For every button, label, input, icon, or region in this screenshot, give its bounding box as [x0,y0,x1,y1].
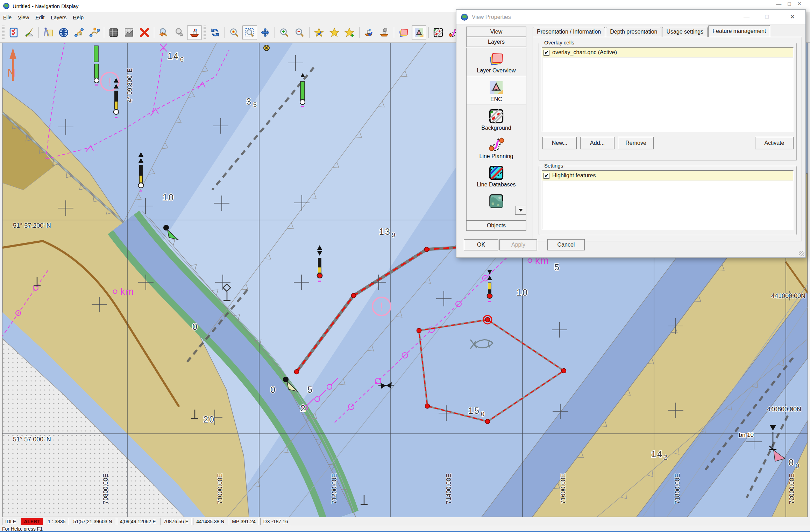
view-forward-icon [174,27,184,38]
svg-text:!: ! [108,75,111,88]
layer-item-layer-overview[interactable]: Layer Overview [467,48,526,76]
apply-button[interactable]: Apply [499,239,537,250]
menu-edit[interactable]: Edit [32,13,48,22]
star-check-button[interactable] [312,25,326,40]
dialog-nav-view-button[interactable]: View [466,27,526,37]
menu-view[interactable]: View [15,13,32,22]
check-list-button[interactable] [6,25,21,40]
dialog-close-button[interactable]: ✕ [790,13,795,21]
mini-buoy [264,45,269,51]
window-title: Untitled - Navigation Display [13,3,78,9]
menu-help[interactable]: Help [70,13,87,22]
status-alert: ALERT [21,518,43,525]
checkbox[interactable]: ✔ [543,50,549,56]
curve-edit-button[interactable] [87,25,102,40]
activate-button[interactable]: Activate [755,137,794,149]
status-cell: 70876.56 E [161,518,192,525]
toolbar-grip[interactable] [2,26,5,40]
layer-item-line-planning[interactable]: Line Planning [467,133,526,162]
dialog-minimize-button[interactable]: — [744,13,749,20]
dialog-tabstrip: Presentation / InformationDepth presenta… [533,27,771,37]
check-list-icon [8,27,19,38]
star-check-icon [314,27,324,38]
tab-usage-settings[interactable]: Usage settings [662,27,708,37]
star-button[interactable] [327,25,342,40]
zoom-in-button[interactable] [277,25,292,40]
tab-feature-management[interactable]: Feature management [708,25,770,37]
window-minimize-button[interactable]: — [776,1,788,7]
menu-file[interactable]: File [0,13,15,22]
setting-item[interactable]: ✔Highlight features [542,171,793,181]
ok-button[interactable]: OK [464,239,498,250]
help-bar: For Help, press F1 [0,526,810,531]
layer-sheets-button[interactable] [396,25,411,40]
view-back-button[interactable] [156,25,171,40]
layer-item-line-databases[interactable]: Line Databases [467,162,526,190]
new-button[interactable]: New... [542,137,577,149]
layer-list-scroll-down-button[interactable] [515,206,526,215]
pan-button[interactable] [258,25,272,40]
overlay-cell-item[interactable]: ✔overlay_chart.qnc (Active) [542,48,793,58]
ship-check-button[interactable] [362,25,376,40]
globe-icon [58,27,69,38]
svg-text:0: 0 [796,462,799,469]
star-add-button[interactable] [342,25,357,40]
dialog-nav-layers-button[interactable]: Layers [466,37,526,47]
svg-text:70800.00E: 70800.00E [102,474,109,504]
dialog-resize-grip[interactable] [799,251,804,256]
center-view-icon [229,27,240,38]
own-ship-button[interactable] [187,25,202,40]
globe-button[interactable] [56,25,71,40]
grid-dark-button[interactable] [106,25,121,40]
layer-item-label: Line Databases [477,182,516,187]
add-button[interactable]: Add... [580,137,614,149]
enc-chart-icon [414,27,424,38]
layer-item-label: Background [481,125,511,131]
view-properties-dialog: View Properties — □ ✕ View Layers Layer … [456,9,806,258]
enc-chart-button[interactable] [412,25,426,40]
status-cell: 1 : 3835 [45,518,69,525]
svg-text:14: 14 [651,449,663,459]
refresh-button[interactable] [208,25,222,40]
zoom-out-icon [294,27,305,38]
zoom-out-button[interactable] [292,25,307,40]
toolbar-grip[interactable] [204,26,206,40]
delete-button[interactable] [137,25,152,40]
measure-button[interactable]: 6.2 [72,25,86,40]
status-cell: 441435.38 N [193,518,227,525]
svg-text:20: 20 [203,414,215,424]
svg-text:!: ! [380,300,383,313]
dialog-nav-objects-button[interactable]: Objects [466,220,526,231]
zoom-area-icon [244,27,255,38]
chevron-down-icon [519,209,523,212]
chart-graph-button[interactable] [122,25,136,40]
dialog-layer-list: Layer OverviewENCBackgroundLine Planning… [466,48,526,220]
protractor-button[interactable] [22,25,36,40]
cancel-button[interactable]: Cancel [547,239,585,250]
status-cell: 51;57;21.39603 N [70,518,115,525]
svg-text:5: 5 [307,385,313,395]
dialog-maximize-button[interactable]: □ [765,13,769,20]
toolbar-separator [359,27,360,38]
delete-icon [139,27,150,38]
tab-presentation-information[interactable]: Presentation / Information [533,27,605,37]
menu-layers[interactable]: Layers [48,13,70,22]
layer-item-background[interactable]: Background [467,105,526,133]
ship-gray-button[interactable] [377,25,392,40]
ship-gray-icon [379,27,390,38]
center-view-button[interactable] [227,25,242,40]
window-maximize-button[interactable]: □ [788,1,797,7]
remove-button[interactable]: Remove [618,137,654,149]
tab-depth-presentation[interactable]: Depth presentation [606,27,661,37]
background-road-button[interactable] [431,25,446,40]
zoom-area-button[interactable] [242,25,257,40]
window-close-button[interactable]: ✕ [797,1,808,7]
dividers-button[interactable] [41,25,56,40]
checkbox[interactable]: ✔ [543,173,549,179]
dialog-titlebar[interactable]: View Properties — □ ✕ [456,10,805,24]
svg-text:72000.00E: 72000.00E [788,474,795,504]
layer-item-enc[interactable]: ENC [467,76,526,105]
status-bar: IDLEALERT1 : 383551;57;21.39603 N4;09;49… [0,517,810,526]
svg-text:0: 0 [270,385,276,395]
view-forward-button[interactable] [172,25,186,40]
